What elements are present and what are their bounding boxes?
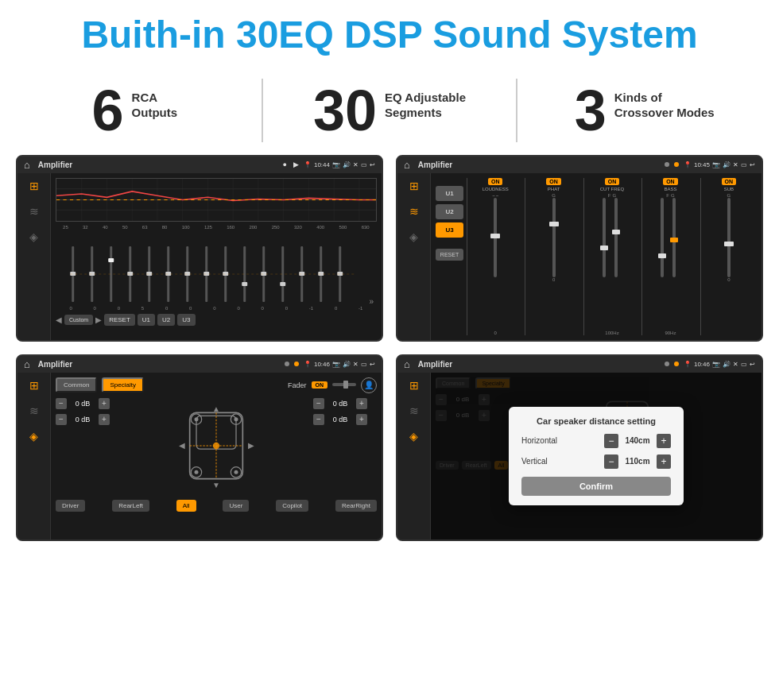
page-title: Buith-in 30EQ DSP Sound System xyxy=(16,14,763,56)
u2-preset-btn[interactable]: U2 xyxy=(436,204,463,219)
expand-icon[interactable]: » xyxy=(369,297,374,306)
phat-svg xyxy=(546,198,562,277)
sub-name: SUB xyxy=(724,187,734,191)
next-arrow[interactable]: ▶ xyxy=(95,315,102,324)
sub-svg xyxy=(721,198,737,277)
db-plus-bottomright[interactable]: + xyxy=(356,414,367,425)
home-icon[interactable]: ⌂ xyxy=(24,159,30,171)
db-plus-bottomleft[interactable]: + xyxy=(99,414,110,425)
pin-icon-4: 📍 xyxy=(684,361,692,368)
sidebar-eq-icon-2[interactable]: ⊞ xyxy=(409,180,419,192)
tab-specialty[interactable]: Specialty xyxy=(102,377,143,393)
dialog-vertical-row: Vertical − 110cm + xyxy=(521,454,671,469)
time-2: 10:45 xyxy=(694,161,710,168)
db-minus-topleft[interactable]: − xyxy=(56,398,67,409)
pin-icon-3: 📍 xyxy=(304,361,312,368)
back-icon-4[interactable]: ↩ xyxy=(750,361,755,368)
svg-rect-18 xyxy=(89,272,95,276)
sidebar-eq-icon-4[interactable]: ⊞ xyxy=(409,379,419,392)
home-icon-2[interactable]: ⌂ xyxy=(404,159,410,171)
dialog-horizontal-row: Horizontal − 140cm + xyxy=(521,434,671,448)
prev-arrow[interactable]: ◀ xyxy=(56,315,62,324)
all-btn[interactable]: All xyxy=(176,500,196,512)
reset-btn-1[interactable]: RESET xyxy=(104,314,135,326)
vertical-value: 110cm xyxy=(622,457,653,466)
sidebar-speaker-icon[interactable]: ◈ xyxy=(29,230,38,243)
close-icon-3: ✕ xyxy=(353,361,358,368)
driver-btn[interactable]: Driver xyxy=(56,500,85,512)
db-plus-topright[interactable]: + xyxy=(356,398,367,409)
sidebar-wave-icon[interactable]: ≋ xyxy=(29,205,39,218)
screen-content-1: ⊞ ≋ ◈ xyxy=(17,173,382,340)
channel-cutfreq: ON CUT FREQ FG xyxy=(583,178,640,335)
vertical-minus-btn[interactable]: − xyxy=(604,454,618,469)
right-controls: − 0 dB + − 0 dB + xyxy=(313,398,377,493)
horizontal-minus-btn[interactable]: − xyxy=(604,434,618,448)
divider-1 xyxy=(262,79,263,142)
back-icon-2[interactable]: ↩ xyxy=(750,161,755,168)
horizontal-plus-btn[interactable]: + xyxy=(657,434,671,448)
sidebar-speaker-icon-3[interactable]: ◈ xyxy=(29,430,38,443)
u3-preset-btn[interactable]: U3 xyxy=(436,222,463,238)
status-rec-dot-2 xyxy=(665,162,669,167)
back-icon-3[interactable]: ↩ xyxy=(370,361,375,368)
home-icon-4[interactable]: ⌂ xyxy=(404,358,410,370)
status-icons-3: 📍 10:46 📷 🔊 ✕ ▭ ↩ xyxy=(304,361,375,368)
copilot-btn[interactable]: Copilot xyxy=(276,500,308,512)
status-bar-4: ⌂ Amplifier 📍 10:46 📷 🔊 ✕ ▭ ↩ xyxy=(397,356,762,373)
stat-label-eq: EQ AdjustableSegments xyxy=(385,82,466,121)
close-icon-4: ✕ xyxy=(733,361,738,368)
app-title-4: Amplifier xyxy=(418,360,660,369)
db-plus-topleft[interactable]: + xyxy=(99,398,110,409)
u1-preset-btn[interactable]: U1 xyxy=(436,186,463,201)
dialog-overlay: Car speaker distance setting Horizontal … xyxy=(431,373,762,540)
svg-text:▲: ▲ xyxy=(212,404,220,412)
svg-rect-20 xyxy=(108,258,114,262)
sidebar-wave-icon-2[interactable]: ≋ xyxy=(409,205,419,218)
confirm-button[interactable]: Confirm xyxy=(521,477,671,496)
sidebar-wave-icon-3[interactable]: ≋ xyxy=(29,404,39,417)
amp-reset-btn[interactable]: RESET xyxy=(436,249,463,261)
db-minus-bottomleft[interactable]: − xyxy=(56,414,67,425)
status-icons-1: 📍 10:44 📷 🔊 ✕ ▭ ↩ xyxy=(304,161,375,168)
fader-bottom-btns: Driver RearLeft All User Copilot RearRig… xyxy=(56,500,377,512)
vertical-plus-btn[interactable]: + xyxy=(657,454,671,469)
svg-rect-57 xyxy=(670,238,678,242)
eq-graph-svg xyxy=(56,179,376,221)
bass-hz: 90Hz xyxy=(665,331,676,335)
rearleft-btn[interactable]: RearLeft xyxy=(112,500,149,512)
svg-rect-54 xyxy=(661,198,664,277)
sidebar-eq-icon-3[interactable]: ⊞ xyxy=(29,379,39,392)
svg-rect-47 xyxy=(490,234,500,238)
back-icon-1[interactable]: ↩ xyxy=(370,161,375,168)
screen-fader: ⌂ Amplifier 📍 10:46 📷 🔊 ✕ ▭ ↩ ⊞ ≋ ◈ xyxy=(16,354,383,541)
u1-btn-1[interactable]: U1 xyxy=(138,314,155,326)
cutfreq-sliders xyxy=(600,198,624,331)
window-icon-4: ▭ xyxy=(741,361,747,368)
sidebar-speaker-icon-4[interactable]: ◈ xyxy=(409,430,418,443)
car-diagram: ▲ ▼ ◀ ▶ xyxy=(126,398,307,493)
db-minus-topright[interactable]: − xyxy=(313,398,324,409)
preset-custom-btn[interactable]: Custom xyxy=(64,315,93,325)
amp-presets: U1 U2 U3 RESET xyxy=(436,178,463,335)
channel-phat: ON PHAT G 0 xyxy=(525,178,581,335)
svg-rect-49 xyxy=(549,222,559,226)
tab-common[interactable]: Common xyxy=(56,377,97,393)
sidebar-speaker-icon-2[interactable]: ◈ xyxy=(409,230,418,243)
db-minus-bottomright[interactable]: − xyxy=(313,414,324,425)
db-value-topleft: 0 dB xyxy=(70,400,95,408)
profile-icon-3[interactable]: 👤 xyxy=(361,377,377,393)
volume-icon-4: 🔊 xyxy=(723,361,731,368)
eq-freq-labels: 253240 506380 100125160 200250320 400500… xyxy=(56,225,377,230)
sidebar-wave-icon-4[interactable]: ≋ xyxy=(409,404,419,417)
svg-rect-42 xyxy=(318,272,324,276)
rearright-btn[interactable]: RearRight xyxy=(335,500,377,512)
u2-btn-1[interactable]: U2 xyxy=(157,314,175,326)
home-icon-3[interactable]: ⌂ xyxy=(24,358,30,370)
cutfreq-hz: 100Hz xyxy=(605,331,618,335)
user-btn[interactable]: User xyxy=(223,500,249,512)
u3-btn-1[interactable]: U3 xyxy=(177,314,195,326)
left-controls: − 0 dB + − 0 dB + xyxy=(56,398,119,493)
dialog-box: Car speaker distance setting Horizontal … xyxy=(509,407,684,505)
sidebar-eq-icon[interactable]: ⊞ xyxy=(29,180,39,192)
